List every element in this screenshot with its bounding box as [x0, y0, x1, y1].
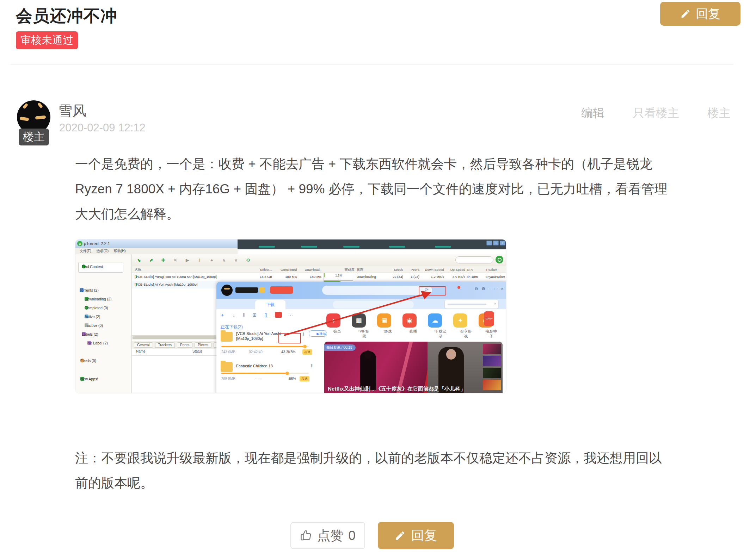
settings-gear-icon: ⚙ [245, 257, 252, 264]
like-count: 0 [348, 528, 356, 543]
start-icon: ▶ [184, 257, 191, 264]
utorrent-search-icon [496, 256, 503, 263]
pause-all-icon: ‖ [243, 312, 245, 318]
app-icon-live: ◉直播∨ [398, 313, 421, 332]
phone-icon: ▯ [264, 312, 267, 318]
status-badge: 审核未通过 [16, 31, 78, 49]
utorrent-toolbar: ⬊ ⬈ ✚ ✕ ▶ ‖ ● ∧ ∨ ⚙ [132, 254, 506, 266]
more-icon: ⋯ [288, 312, 293, 318]
pause-icon: ‖ [311, 363, 313, 368]
utorrent-titlebar: µ µTorrent 2.2.1 [75, 239, 238, 248]
item-2-dots: ······ [255, 377, 262, 381]
thunder-window: ⧉⚙–□× 下载 × ＋ ↓ ‖ ⊞ ▯ ⋯ 正在下载(2) [VCB-Stud… [216, 282, 506, 393]
video-daily-label: 每日影讯 / 00:13 [324, 344, 356, 351]
app-icon-share-movies: ✦分享影视∨ [449, 313, 472, 332]
like-label: 点赞 [317, 527, 343, 545]
post-footer: 点赞 0 回复 [0, 522, 744, 549]
move-down-icon: ∨ [233, 257, 240, 264]
torrent-list-header: 名称 Select... Completed Download.. 完成度 状态… [132, 266, 506, 273]
like-button[interactable]: 点赞 0 [290, 522, 365, 549]
add-url-icon: ⬈ [147, 257, 154, 264]
app-icon-member: ♦会员∨ [322, 313, 345, 332]
folder-icon [221, 362, 233, 372]
item-1-boost-badge: 加速 [302, 349, 312, 355]
video-thumbnails-strip [483, 344, 501, 392]
video-caption: Netflix又出神仙剧，《五十度灰》在它面前都是「小儿科」 [328, 385, 476, 392]
thunder-username-bar [235, 287, 258, 293]
post-body: 一个是免费的，一个是：收费 + 不能去广告 + 下载东西软件就会卡，然后导致各种… [16, 100, 744, 496]
utorrent-menubar: 文件(F) 选项(O) 帮助(H) [75, 248, 238, 254]
progress-bar: 1.1% [324, 273, 353, 281]
only-author-link[interactable]: 只看楼主 [633, 105, 679, 121]
thunder-progress-1 [221, 346, 309, 347]
window-controls-icons: –□× [486, 241, 505, 245]
thunder-search-box [322, 286, 432, 295]
pencil-icon [394, 530, 406, 541]
post-item: 楼主 雪风 2020-02-09 12:12 编辑 只看楼主 楼主 一个是免费的… [0, 100, 744, 496]
thunder-secondary-band [333, 301, 414, 309]
utorrent-title-text: µTorrent 2.2.1 [84, 239, 110, 248]
thunder-avatar [221, 285, 233, 296]
header-divider [11, 64, 733, 64]
thunder-window-controls: ⧉⚙–□× [475, 286, 503, 291]
post-image-utorrent-screenshot[interactable]: –□× µ µTorrent 2.2.1 文件(F) 选项(O) 帮助(H) ⬊… [75, 239, 506, 393]
new-task-icon: ＋ [220, 312, 225, 318]
bottom-reply-button[interactable]: 回复 [378, 522, 454, 549]
utorrent-app-icon: µ [77, 241, 82, 246]
menu-help: 帮助(H) [114, 249, 126, 253]
video-card: 每日影讯 / 00:13 Netflix又出神仙剧，《五十度灰》在它面前都是「小… [324, 342, 503, 393]
floor-link: 楼主 [707, 105, 731, 121]
folder-icon [221, 332, 233, 342]
pause-icon: ‖ [302, 332, 304, 337]
utorrent-search-box [455, 256, 493, 263]
avatar-wrap: 楼主 [17, 100, 53, 134]
woman-silhouette [360, 351, 376, 390]
thunder-download-tab: 下载 [255, 300, 285, 309]
highlight-box-thunder-speed [278, 333, 301, 343]
utorrent-sidebar: Find Content Torrents (2) Downloading (2… [75, 254, 132, 393]
thunder-vip-badge [259, 287, 265, 293]
remove-icon: ✕ [172, 257, 179, 264]
edit-link[interactable]: 编辑 [581, 105, 604, 121]
media-icon [275, 312, 282, 318]
stop-icon: ● [208, 257, 215, 264]
background-window-strip: –□× [238, 239, 506, 249]
item-2-percent: 98% [289, 377, 296, 381]
thunder-item-2-name: Fantastic Children 13 [236, 363, 300, 368]
move-up-icon: ∧ [220, 257, 227, 264]
item-2-size: 295.5MB [221, 377, 235, 381]
author-floor-badge: 楼主 [19, 129, 49, 145]
top-reply-button[interactable]: 回复 [660, 2, 740, 26]
add-torrent-icon: ⬊ [135, 257, 142, 264]
notification-dot [457, 286, 460, 289]
highlight-box-utorrent-speed [419, 286, 446, 295]
download-icon: ↓ [233, 312, 235, 318]
author-name[interactable]: 雪风 [58, 101, 86, 120]
thunder-toolbar: ＋ ↓ ‖ ⊞ ▯ ⋯ [220, 312, 315, 321]
item-1-size: 243.6MB [221, 350, 235, 354]
thread-header: 会员还冲不冲 审核未通过 回复 [0, 0, 744, 49]
menu-options: 选项(O) [97, 249, 109, 253]
app-icon-download-history: ☁下载记录∨ [424, 313, 446, 332]
post-actions: 编辑 只看楼主 楼主 [581, 105, 731, 121]
post-paragraph-1: 一个是免费的，一个是：收费 + 不能去广告 + 下载东西软件就会卡，然后导致各种… [75, 151, 674, 226]
item-1-time: 02:42:40 [249, 350, 263, 354]
app-icon-vip-cinema: ▦VIP影院∨ [348, 313, 370, 332]
top-reply-label: 回复 [696, 6, 720, 22]
post-paragraph-2: 注：不要跟我说升级最新版，现在都是强制升级的，以前的老版本不仅稳定还不占资源，我… [75, 446, 674, 496]
page-title: 会员还冲不冲 [16, 5, 740, 27]
thumbs-up-icon [300, 529, 312, 542]
app-icon-movie-torrents: ◎10W+电影种子∨ [474, 313, 497, 332]
item-1-speed: 43.3KB/s [281, 350, 296, 354]
bottom-reply-label: 回复 [411, 527, 437, 545]
create-torrent-icon: ✚ [160, 257, 167, 264]
pause-icon: ‖ [196, 257, 203, 264]
torrent-row-1: ⬇ [VCB-Studio] Yuragi-sou no Yuuna-san [… [132, 273, 506, 281]
downloading-section-title: 正在下载(2) [221, 324, 243, 330]
post-date: 2020-02-09 12:12 [59, 122, 146, 134]
menu-file: 文件(F) [80, 249, 91, 253]
grid-icon: ⊞ [252, 312, 257, 318]
app-icon-games: ▣游戏∨ [373, 313, 395, 332]
thunder-progress-2 [221, 373, 309, 374]
pencil-icon [680, 8, 691, 19]
